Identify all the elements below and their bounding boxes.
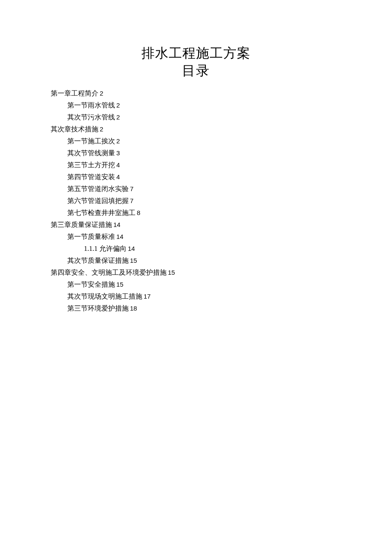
- toc-entry: 第五节管道闭水实验7: [51, 183, 392, 195]
- toc-entry: 第三节环境爱护措施18: [51, 302, 392, 314]
- toc-page: 4: [116, 173, 120, 180]
- toc-entry: 第三节土方开挖4: [51, 159, 392, 171]
- toc-entry: 第七节检查井井室施工8: [51, 207, 392, 219]
- toc-page: 15: [130, 257, 137, 264]
- toc-entry: 第一节质量标准14: [51, 231, 392, 243]
- toc-text: 第三章质量保证措施: [51, 221, 112, 228]
- toc-entry: 第一节安全措施15: [51, 279, 392, 291]
- toc-entry: 第一节雨水管线2: [51, 99, 392, 111]
- toc-entry: 第六节管道回填把握7: [51, 195, 392, 207]
- toc-entry: 其次节污水管线2: [51, 111, 392, 123]
- toc-heading: 目录: [0, 62, 392, 80]
- toc-entry: 1.1.1 允许偏向14: [51, 243, 392, 255]
- toc-entry: 其次章技术措施2: [51, 123, 392, 135]
- toc-text: 其次节现场文明施工措施: [67, 293, 142, 300]
- toc-text: 第六节管道回填把握: [67, 197, 129, 204]
- toc-entry: 第三章质量保证措施14: [51, 219, 392, 231]
- toc-text: 第五节管道闭水实验: [67, 185, 129, 192]
- toc-text: 第一节安全措施: [67, 281, 115, 288]
- toc-entry: 第四节管道安装4: [51, 171, 392, 183]
- toc-entry: 其次节现场文明施工措施17: [51, 291, 392, 302]
- toc-page: 18: [130, 305, 137, 312]
- toc-page: 2: [100, 90, 103, 97]
- toc-text: 1.1.1 允许偏向: [84, 245, 127, 252]
- toc-text: 第四节管道安装: [67, 173, 115, 180]
- toc-page: 4: [116, 161, 120, 169]
- title-block: 排水工程施工方案 目录: [0, 45, 392, 80]
- toc-page: 7: [130, 185, 133, 192]
- toc-entry: 其次节质量保证措施15: [51, 255, 392, 267]
- toc-text: 第一节施工挨次: [67, 137, 115, 145]
- toc-text: 第三节环境爱护措施: [67, 305, 129, 312]
- toc-page: 14: [128, 245, 135, 252]
- toc-page: 8: [137, 209, 140, 216]
- toc-page: 17: [144, 293, 151, 300]
- toc-text: 第七节检查井井室施工: [67, 209, 135, 216]
- toc-entry: 第四章安全、文明施工及环境爱护措施15: [51, 267, 392, 279]
- toc-text: 其次节质量保证措施: [67, 257, 129, 264]
- toc-page: 2: [116, 102, 120, 109]
- toc-page: 15: [116, 281, 124, 288]
- toc-text: 第一节质量标准: [67, 233, 115, 240]
- toc-text: 其次章技术措施: [51, 125, 98, 133]
- document-title: 排水工程施工方案: [0, 45, 392, 62]
- toc-text: 第四章安全、文明施工及环境爱护措施: [51, 269, 167, 276]
- toc-text: 其次节管线测量: [67, 149, 115, 157]
- toc-page: 14: [113, 221, 121, 228]
- toc-entry: 第一章工程简介2: [51, 87, 392, 99]
- toc-page: 14: [116, 233, 124, 240]
- toc-page: 7: [130, 197, 133, 204]
- toc-page: 2: [100, 125, 103, 133]
- toc-entry: 第一节施工挨次2: [51, 135, 392, 147]
- toc-text: 第一章工程简介: [51, 90, 98, 97]
- toc-text: 第一节雨水管线: [67, 102, 115, 109]
- toc-page: 2: [116, 113, 120, 121]
- table-of-contents: 第一章工程简介2 第一节雨水管线2 其次节污水管线2 其次章技术措施2 第一节施…: [0, 87, 392, 314]
- toc-text: 第三节土方开挖: [67, 161, 115, 169]
- toc-page: 2: [116, 137, 120, 145]
- toc-text: 其次节污水管线: [67, 113, 115, 121]
- toc-page: 15: [168, 269, 175, 276]
- toc-entry: 其次节管线测量3: [51, 147, 392, 159]
- toc-page: 3: [116, 149, 120, 157]
